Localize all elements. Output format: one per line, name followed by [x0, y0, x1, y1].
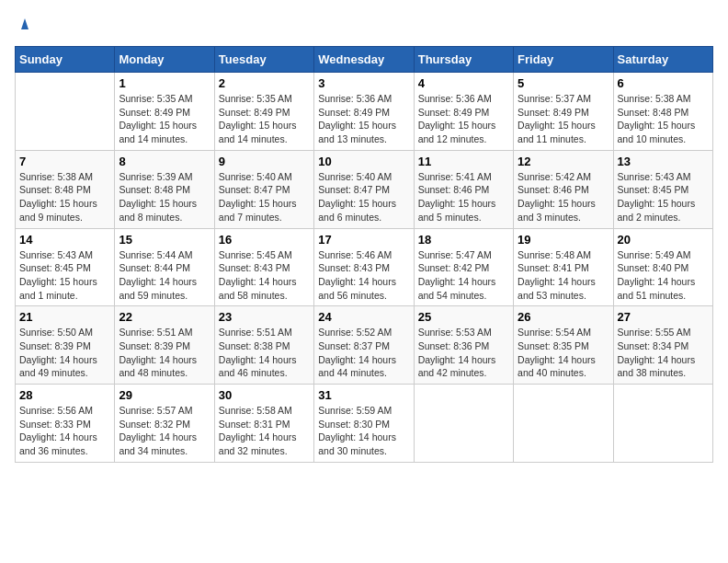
- day-info: Sunrise: 5:40 AMSunset: 8:47 PMDaylight:…: [318, 170, 409, 224]
- calendar-week-5: 28Sunrise: 5:56 AMSunset: 8:33 PMDayligh…: [16, 385, 713, 463]
- day-info: Sunrise: 5:46 AMSunset: 8:43 PMDaylight:…: [318, 248, 409, 303]
- day-number: 4: [418, 76, 509, 90]
- day-info: Sunrise: 5:56 AMSunset: 8:33 PMDaylight:…: [19, 404, 110, 458]
- calendar-cell: 29Sunrise: 5:57 AMSunset: 8:32 PMDayligh…: [115, 385, 214, 463]
- column-header-sunday: Sunday: [16, 47, 115, 73]
- calendar-cell: 26Sunrise: 5:54 AMSunset: 8:35 PMDayligh…: [514, 306, 613, 385]
- calendar-cell: 8Sunrise: 5:39 AMSunset: 8:48 PMDaylight…: [115, 150, 214, 228]
- day-number: 6: [618, 76, 709, 90]
- day-info: Sunrise: 5:54 AMSunset: 8:35 PMDaylight:…: [518, 326, 609, 380]
- day-number: 18: [418, 233, 509, 247]
- day-info: Sunrise: 5:43 AMSunset: 8:45 PMDaylight:…: [19, 248, 110, 303]
- day-number: 30: [219, 388, 310, 402]
- day-info: Sunrise: 5:52 AMSunset: 8:37 PMDaylight:…: [318, 326, 409, 380]
- day-number: 3: [318, 76, 409, 90]
- calendar-table: SundayMondayTuesdayWednesdayThursdayFrid…: [15, 46, 713, 463]
- calendar-cell: 22Sunrise: 5:51 AMSunset: 8:39 PMDayligh…: [115, 306, 214, 385]
- day-info: Sunrise: 5:43 AMSunset: 8:45 PMDaylight:…: [618, 170, 709, 224]
- calendar-cell: 5Sunrise: 5:37 AMSunset: 8:49 PMDaylight…: [514, 73, 613, 151]
- day-info: Sunrise: 5:36 AMSunset: 8:49 PMDaylight:…: [418, 92, 509, 146]
- calendar-week-1: 1Sunrise: 5:35 AMSunset: 8:49 PMDaylight…: [16, 73, 713, 151]
- day-number: 27: [618, 310, 709, 324]
- calendar-cell: 3Sunrise: 5:36 AMSunset: 8:49 PMDaylight…: [314, 73, 414, 151]
- day-info: Sunrise: 5:42 AMSunset: 8:46 PMDaylight:…: [518, 170, 609, 224]
- day-info: Sunrise: 5:58 AMSunset: 8:31 PMDaylight:…: [219, 404, 310, 458]
- day-number: 25: [418, 310, 509, 324]
- calendar-cell: [16, 73, 115, 151]
- calendar-cell: 2Sunrise: 5:35 AMSunset: 8:49 PMDaylight…: [214, 73, 313, 151]
- svg-marker-0: [21, 18, 28, 29]
- calendar-cell: 16Sunrise: 5:45 AMSunset: 8:43 PMDayligh…: [214, 228, 313, 306]
- calendar-cell: [613, 385, 712, 463]
- day-info: Sunrise: 5:51 AMSunset: 8:39 PMDaylight:…: [119, 326, 210, 380]
- calendar-cell: 18Sunrise: 5:47 AMSunset: 8:42 PMDayligh…: [414, 228, 513, 306]
- day-number: 1: [119, 76, 210, 90]
- day-info: Sunrise: 5:51 AMSunset: 8:38 PMDaylight:…: [219, 326, 310, 380]
- calendar-cell: 27Sunrise: 5:55 AMSunset: 8:34 PMDayligh…: [613, 306, 712, 385]
- day-info: Sunrise: 5:44 AMSunset: 8:44 PMDaylight:…: [119, 248, 210, 303]
- day-info: Sunrise: 5:38 AMSunset: 8:48 PMDaylight:…: [618, 92, 709, 146]
- day-info: Sunrise: 5:41 AMSunset: 8:46 PMDaylight:…: [418, 170, 509, 224]
- calendar-cell: 20Sunrise: 5:49 AMSunset: 8:40 PMDayligh…: [613, 228, 712, 306]
- calendar-cell: 10Sunrise: 5:40 AMSunset: 8:47 PMDayligh…: [314, 150, 414, 228]
- column-header-friday: Friday: [514, 47, 613, 73]
- day-number: 5: [518, 76, 609, 90]
- calendar-cell: 6Sunrise: 5:38 AMSunset: 8:48 PMDaylight…: [613, 73, 712, 151]
- day-number: 24: [318, 310, 409, 324]
- day-number: 19: [518, 233, 609, 247]
- day-info: Sunrise: 5:50 AMSunset: 8:39 PMDaylight:…: [19, 326, 110, 380]
- day-number: 29: [119, 388, 210, 402]
- calendar-cell: 23Sunrise: 5:51 AMSunset: 8:38 PMDayligh…: [214, 306, 313, 385]
- calendar-cell: 12Sunrise: 5:42 AMSunset: 8:46 PMDayligh…: [514, 150, 613, 228]
- calendar-cell: 15Sunrise: 5:44 AMSunset: 8:44 PMDayligh…: [115, 228, 214, 306]
- day-number: 7: [19, 155, 110, 168]
- logo-triangle-icon: [17, 15, 33, 31]
- day-number: 9: [219, 155, 310, 168]
- day-info: Sunrise: 5:45 AMSunset: 8:43 PMDaylight:…: [219, 248, 310, 303]
- column-header-tuesday: Tuesday: [214, 47, 313, 73]
- day-number: 14: [19, 233, 110, 247]
- calendar-cell: [514, 385, 613, 463]
- calendar-cell: 24Sunrise: 5:52 AMSunset: 8:37 PMDayligh…: [314, 306, 414, 385]
- day-number: 31: [318, 388, 409, 402]
- calendar-cell: 1Sunrise: 5:35 AMSunset: 8:49 PMDaylight…: [115, 73, 214, 151]
- calendar-cell: 14Sunrise: 5:43 AMSunset: 8:45 PMDayligh…: [16, 228, 115, 306]
- day-info: Sunrise: 5:37 AMSunset: 8:49 PMDaylight:…: [518, 92, 609, 146]
- calendar-cell: 28Sunrise: 5:56 AMSunset: 8:33 PMDayligh…: [16, 385, 115, 463]
- day-number: 22: [119, 310, 210, 324]
- column-header-wednesday: Wednesday: [314, 47, 414, 73]
- calendar-cell: 11Sunrise: 5:41 AMSunset: 8:46 PMDayligh…: [414, 150, 513, 228]
- day-number: 21: [19, 310, 110, 324]
- day-number: 10: [318, 155, 409, 168]
- calendar-cell: 31Sunrise: 5:59 AMSunset: 8:30 PMDayligh…: [314, 385, 414, 463]
- column-header-saturday: Saturday: [613, 47, 712, 73]
- calendar-cell: 25Sunrise: 5:53 AMSunset: 8:36 PMDayligh…: [414, 306, 513, 385]
- day-number: 28: [19, 388, 110, 402]
- column-header-thursday: Thursday: [414, 47, 513, 73]
- page-header: [15, 15, 713, 35]
- calendar-week-3: 14Sunrise: 5:43 AMSunset: 8:45 PMDayligh…: [16, 228, 713, 306]
- day-info: Sunrise: 5:59 AMSunset: 8:30 PMDaylight:…: [318, 404, 409, 458]
- day-info: Sunrise: 5:53 AMSunset: 8:36 PMDaylight:…: [418, 326, 509, 380]
- day-number: 12: [518, 155, 609, 168]
- day-number: 23: [219, 310, 310, 324]
- day-number: 16: [219, 233, 310, 247]
- logo: [15, 15, 33, 35]
- calendar-cell: 30Sunrise: 5:58 AMSunset: 8:31 PMDayligh…: [214, 385, 313, 463]
- calendar-cell: 13Sunrise: 5:43 AMSunset: 8:45 PMDayligh…: [613, 150, 712, 228]
- day-info: Sunrise: 5:55 AMSunset: 8:34 PMDaylight:…: [618, 326, 709, 380]
- day-number: 26: [518, 310, 609, 324]
- column-header-monday: Monday: [115, 47, 214, 73]
- calendar-week-2: 7Sunrise: 5:38 AMSunset: 8:48 PMDaylight…: [16, 150, 713, 228]
- day-info: Sunrise: 5:39 AMSunset: 8:48 PMDaylight:…: [119, 170, 210, 224]
- day-number: 8: [119, 155, 210, 168]
- day-info: Sunrise: 5:35 AMSunset: 8:49 PMDaylight:…: [219, 92, 310, 146]
- calendar-cell: 7Sunrise: 5:38 AMSunset: 8:48 PMDaylight…: [16, 150, 115, 228]
- calendar-cell: 4Sunrise: 5:36 AMSunset: 8:49 PMDaylight…: [414, 73, 513, 151]
- day-info: Sunrise: 5:48 AMSunset: 8:41 PMDaylight:…: [518, 248, 609, 303]
- day-info: Sunrise: 5:36 AMSunset: 8:49 PMDaylight:…: [318, 92, 409, 146]
- calendar-week-4: 21Sunrise: 5:50 AMSunset: 8:39 PMDayligh…: [16, 306, 713, 385]
- day-info: Sunrise: 5:47 AMSunset: 8:42 PMDaylight:…: [418, 248, 509, 303]
- day-number: 15: [119, 233, 210, 247]
- calendar-cell: 17Sunrise: 5:46 AMSunset: 8:43 PMDayligh…: [314, 228, 414, 306]
